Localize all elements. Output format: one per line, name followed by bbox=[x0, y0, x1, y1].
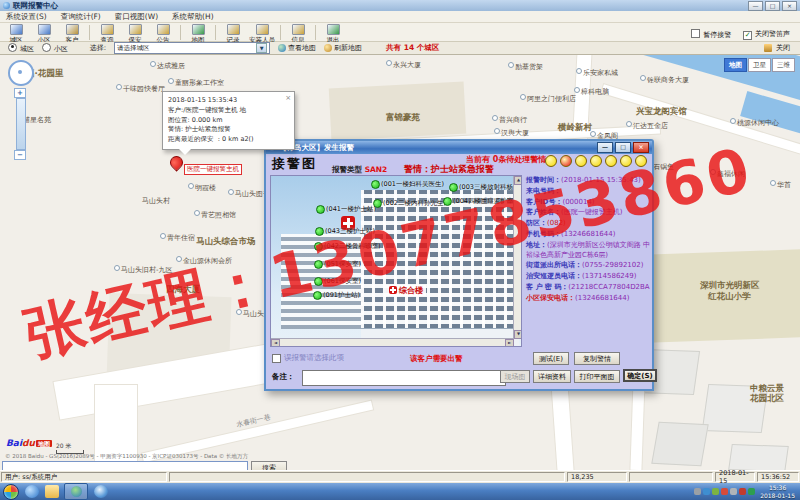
alarm-light bbox=[635, 155, 647, 167]
tray-icon[interactable] bbox=[703, 488, 710, 495]
customer-info-line: 小区保安电话：(13246681644) bbox=[526, 294, 652, 304]
infowindow-line: 客户:/医院一键报警主机 地 bbox=[168, 106, 289, 116]
tray-icon[interactable] bbox=[730, 488, 737, 495]
dialog-close-button[interactable]: × bbox=[633, 142, 649, 153]
detail-button[interactable]: 详细资料 bbox=[533, 370, 571, 383]
map-infowindow: × 2018-01-15 15:35:43客户:/医院一键报警主机 地图位置: … bbox=[162, 91, 295, 150]
zoom-track[interactable] bbox=[16, 98, 26, 150]
zoom-in-button[interactable]: + bbox=[14, 88, 26, 98]
scroll-left-icon[interactable]: ◄ bbox=[271, 339, 280, 347]
dialog-minimize-button[interactable]: — bbox=[597, 142, 613, 153]
info-label: 街道派出所电话： bbox=[526, 261, 582, 269]
close-button[interactable]: × bbox=[782, 1, 797, 11]
poi-icon bbox=[492, 115, 498, 121]
tray-icon[interactable] bbox=[694, 488, 701, 495]
info-label: 防区： bbox=[526, 219, 547, 227]
room-dot-icon bbox=[443, 197, 452, 206]
app-icon bbox=[3, 2, 10, 9]
infowindow-line: 2018-01-15 15:35:43 bbox=[168, 96, 289, 106]
tray-icon[interactable] bbox=[739, 488, 746, 495]
room-dot-icon bbox=[314, 242, 323, 251]
customer-info-line: 报警时间：(2018-01-15 15:35:43) bbox=[526, 176, 652, 186]
poi-icon bbox=[770, 180, 776, 186]
ie-icon[interactable] bbox=[25, 485, 39, 498]
mute-siren-checkbox[interactable]: ✓ 关闭警笛声 bbox=[743, 28, 790, 40]
refresh-icon bbox=[324, 44, 332, 52]
info-value: (0755-29892102) bbox=[582, 261, 643, 269]
poi-icon bbox=[494, 128, 500, 134]
tray-icon[interactable] bbox=[721, 488, 728, 495]
map-label: 永兴大厦 bbox=[386, 60, 421, 70]
vertical-scrollbar[interactable]: ▲ ▼ bbox=[513, 176, 521, 339]
map-app-button[interactable] bbox=[64, 483, 88, 500]
poi-icon bbox=[150, 61, 156, 67]
false-alarm-checkbox[interactable]: 误报警请选择此项 bbox=[272, 353, 344, 363]
menu-item[interactable]: 窗口视图(W) bbox=[115, 12, 158, 22]
map-label: 金山源休闲会所 bbox=[176, 256, 232, 266]
note-input[interactable] bbox=[302, 370, 506, 386]
scroll-up-icon[interactable]: ▲ bbox=[514, 176, 522, 185]
copy-alarm-button[interactable]: 复制警情 bbox=[574, 352, 620, 365]
room-marker[interactable]: (061保安室) bbox=[314, 277, 361, 286]
folder-icon[interactable] bbox=[45, 485, 59, 498]
print-plan-button[interactable]: 打印平面图 bbox=[574, 370, 620, 383]
confirm-button[interactable]: 确定(S) bbox=[623, 369, 657, 382]
scroll-down-icon[interactable]: ▼ bbox=[514, 330, 522, 339]
menu-item[interactable]: 系统设置(S) bbox=[6, 12, 47, 22]
map-pan-control[interactable] bbox=[8, 60, 34, 86]
minimize-button[interactable]: — bbox=[748, 1, 763, 11]
tray-icon[interactable] bbox=[712, 488, 719, 495]
menu-item[interactable]: 查询统计(F) bbox=[61, 12, 101, 22]
app-icon-2[interactable] bbox=[94, 485, 108, 498]
building-plan-view[interactable]: 综合楼 (001一楼妇科吴医生)(003三楼放射科杨医生)(002二楼内科孙先生… bbox=[270, 175, 522, 347]
taskbar-clock[interactable]: 15:36 2018-01-15 bbox=[760, 484, 797, 500]
view-map-button[interactable]: 查看地图 bbox=[278, 43, 316, 53]
map-type-地图[interactable]: 地图 bbox=[724, 58, 747, 72]
room-marker[interactable]: (001一楼妇科吴医生) bbox=[371, 180, 444, 189]
alarm-light bbox=[545, 155, 557, 167]
infowindow-close-icon[interactable]: × bbox=[285, 93, 291, 104]
room-marker[interactable]: (043三楼护士站) bbox=[315, 227, 375, 236]
close-map-button[interactable]: 关闭 bbox=[764, 43, 800, 53]
map-label: 红花山小学 bbox=[708, 291, 751, 303]
city-icon bbox=[10, 24, 23, 35]
start-button[interactable] bbox=[3, 484, 19, 500]
map-label: 汉舆大厦 bbox=[494, 128, 529, 138]
poi-icon bbox=[626, 121, 632, 127]
reception-map-title: 接警图 bbox=[272, 155, 317, 173]
zoom-out-button[interactable]: − bbox=[14, 150, 26, 160]
pause-alarm-checkbox[interactable]: 暂停接警 bbox=[691, 29, 731, 40]
room-marker[interactable]: (051保安室) bbox=[314, 260, 361, 269]
scene-photo-button[interactable]: 现场图 bbox=[500, 370, 530, 383]
refresh-map-button[interactable]: 刷新地图 bbox=[324, 43, 362, 53]
room-marker[interactable]: (004四楼重症监护室) bbox=[443, 197, 516, 206]
radio-block[interactable]: 小区 bbox=[42, 43, 68, 54]
map-type-卫星[interactable]: 卫星 bbox=[748, 58, 771, 72]
city-dropdown[interactable]: 请选择城区 ▼ bbox=[114, 42, 270, 54]
test-button[interactable]: 测试(E) bbox=[533, 352, 569, 365]
map-label: 鑫福休闲 bbox=[710, 169, 745, 179]
installer-icon bbox=[256, 24, 269, 35]
dialog-maximize-button[interactable]: □ bbox=[615, 142, 631, 153]
alarm-pin-label[interactable]: 医院一键报警主机 bbox=[184, 164, 242, 175]
scroll-right-icon[interactable]: ► bbox=[505, 339, 514, 347]
city-dropdown-value: 请选择城区 bbox=[117, 44, 150, 53]
map-type-三维[interactable]: 三维 bbox=[772, 58, 795, 72]
room-marker[interactable]: (002二楼内科孙先生) bbox=[373, 199, 446, 208]
customer-icon bbox=[66, 24, 79, 35]
radio-city[interactable]: 城区 bbox=[8, 43, 34, 54]
room-marker[interactable]: (091护士站) bbox=[313, 291, 360, 300]
room-marker[interactable]: (003三楼放射科杨医生) bbox=[449, 183, 522, 192]
map-copyright: © 2018 Baidu - GS(2016)2089号 - 甲测资字11009… bbox=[5, 453, 248, 460]
room-label: (004四楼重症监护室) bbox=[453, 197, 516, 206]
horizontal-scrollbar[interactable]: ◄ ► bbox=[271, 338, 514, 346]
customer-info-line: 街道派出所电话：(0755-29892102) bbox=[526, 261, 652, 271]
customer-info-line: 客户ID号：(000014) bbox=[526, 198, 652, 208]
room-marker[interactable]: (041一楼护士站) bbox=[316, 205, 376, 214]
menu-item[interactable]: 系统帮助(H) bbox=[172, 12, 214, 22]
maximize-button[interactable]: □ bbox=[765, 1, 780, 11]
alarm-dialog-titlebar[interactable]: 【青岛大区】发生报警 — □ × bbox=[266, 141, 652, 154]
map-label: 乐安家私城 bbox=[576, 68, 618, 78]
tray-icon[interactable] bbox=[748, 488, 755, 495]
room-marker[interactable]: (042二楼骨科诊室) bbox=[314, 242, 380, 251]
